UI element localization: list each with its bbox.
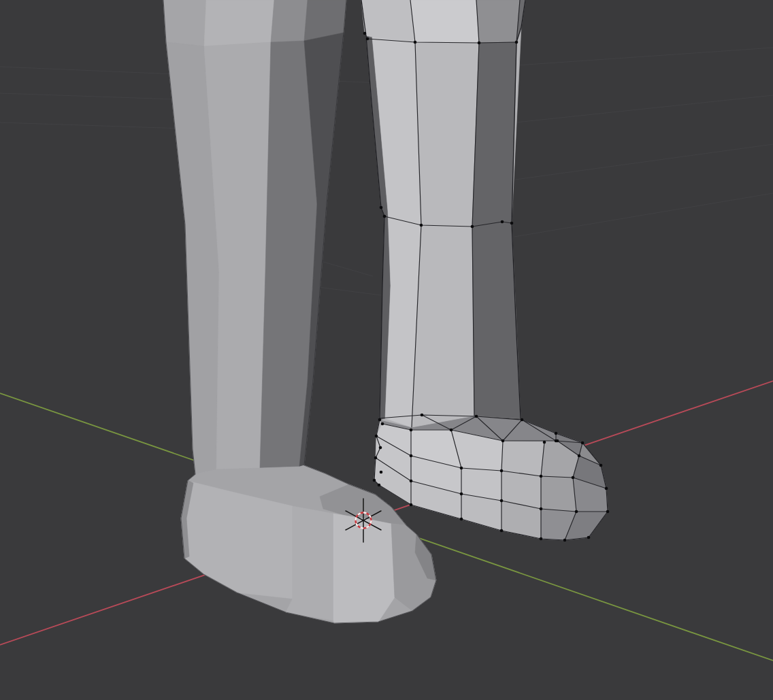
vertex[interactable]: [410, 480, 413, 483]
left-knee-facet-left[interactable]: [163, 0, 206, 46]
left-foot-side-mid[interactable]: [286, 506, 333, 620]
vertex[interactable]: [500, 529, 504, 533]
vertex[interactable]: [606, 510, 610, 514]
vertex[interactable]: [556, 439, 559, 443]
vertex[interactable]: [500, 499, 504, 503]
vertex[interactable]: [563, 539, 567, 542]
vertex[interactable]: [605, 487, 608, 490]
vertex[interactable]: [501, 439, 505, 443]
right-calf-facet-center[interactable]: [412, 42, 479, 427]
right-thigh-facet-center[interactable]: [410, 0, 479, 43]
vertex[interactable]: [501, 220, 504, 224]
vertex[interactable]: [575, 510, 578, 514]
vertex[interactable]: [410, 454, 413, 458]
vertex[interactable]: [414, 41, 417, 44]
vertex[interactable]: [578, 454, 581, 458]
vertex[interactable]: [587, 536, 591, 539]
vertex[interactable]: [521, 418, 524, 422]
vertex[interactable]: [363, 32, 367, 35]
vertex[interactable]: [581, 441, 585, 445]
vertex[interactable]: [555, 432, 558, 435]
vertex[interactable]: [375, 435, 378, 438]
vertex[interactable]: [572, 476, 575, 480]
vertex[interactable]: [515, 41, 519, 44]
vertex[interactable]: [510, 222, 514, 225]
vertex[interactable]: [380, 471, 383, 474]
vertex[interactable]: [460, 493, 463, 496]
vertex[interactable]: [380, 206, 383, 210]
vertex[interactable]: [475, 415, 478, 418]
vertex[interactable]: [378, 418, 382, 422]
vertex[interactable]: [378, 484, 381, 487]
vertex[interactable]: [366, 37, 369, 41]
vertex[interactable]: [373, 479, 376, 482]
vertex[interactable]: [540, 475, 543, 478]
vertex[interactable]: [420, 224, 423, 227]
vertex[interactable]: [471, 225, 474, 229]
vertex[interactable]: [543, 441, 546, 444]
vertex[interactable]: [460, 467, 463, 470]
vertex[interactable]: [381, 422, 384, 426]
left-foot-side-toe-bright[interactable]: [333, 514, 395, 623]
right-foot-quad[interactable]: [541, 476, 576, 512]
right-foot-quad[interactable]: [501, 441, 544, 476]
left-knee-facet-right[interactable]: [271, 0, 308, 42]
vertex[interactable]: [599, 464, 603, 467]
vertex[interactable]: [379, 446, 382, 450]
right-thigh-facet-left[interactable]: [361, 0, 415, 42]
viewport-3d[interactable]: [0, 0, 773, 700]
vertex[interactable]: [383, 215, 386, 218]
left-knee-facet-center[interactable]: [204, 0, 274, 46]
vertex[interactable]: [460, 518, 463, 521]
vertex[interactable]: [410, 503, 413, 507]
vertex[interactable]: [478, 41, 481, 45]
vertex[interactable]: [500, 469, 504, 473]
vertex[interactable]: [374, 456, 378, 460]
vertex[interactable]: [540, 507, 543, 511]
blender-3d-viewport-window[interactable]: [0, 0, 773, 700]
vertex[interactable]: [410, 429, 413, 432]
vertex[interactable]: [540, 537, 543, 541]
vertex[interactable]: [421, 414, 424, 417]
right-thigh-facet-right[interactable]: [476, 0, 520, 43]
vertex[interactable]: [450, 429, 453, 432]
